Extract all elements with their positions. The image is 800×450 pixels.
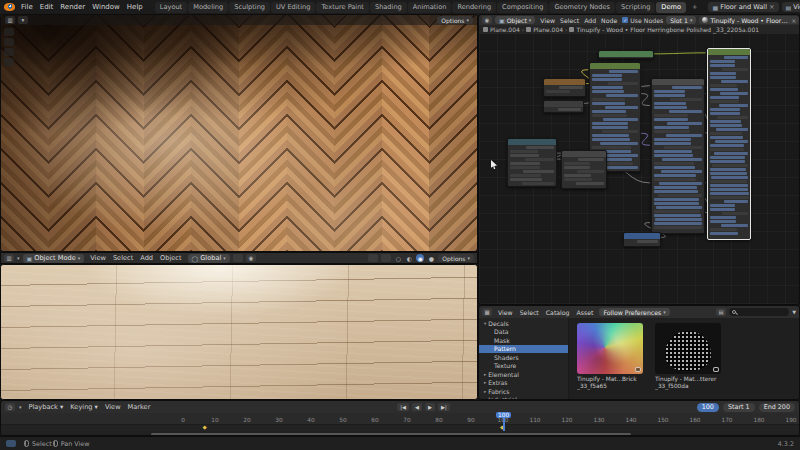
workspace-tab-modeling[interactable]: Modeling — [188, 2, 228, 13]
expand-icon[interactable]: ▾ — [484, 321, 486, 326]
editor-type-icon[interactable]: ◉ — [482, 16, 492, 24]
shading-solid-icon[interactable]: ◐ — [405, 254, 413, 262]
asset-menu-view[interactable]: View — [495, 308, 516, 317]
options-dropdown[interactable]: Options▾ — [437, 16, 473, 24]
slot-dropdown[interactable]: Slot 1 ▾ — [666, 16, 696, 24]
timeline-menu-marker[interactable]: Marker — [125, 402, 154, 412]
gizmos-icon[interactable] — [381, 254, 391, 262]
shader-node[interactable] — [623, 232, 661, 247]
overlays-icon[interactable] — [368, 254, 378, 262]
frame-end-field[interactable]: End 200 — [759, 403, 795, 412]
options-dropdown[interactable]: Options▾ — [438, 254, 474, 262]
workspace-tab-animation[interactable]: Animation — [408, 2, 452, 13]
blender-logo-icon[interactable] — [4, 3, 15, 11]
play-button[interactable]: ▶ — [425, 403, 435, 411]
shader-node[interactable] — [707, 48, 751, 240]
expand-icon[interactable]: ▸ — [484, 380, 486, 385]
expand-icon[interactable]: ▸ — [484, 389, 486, 394]
current-frame-field[interactable]: 100 — [697, 403, 719, 412]
unlink-material-icon[interactable]: × — [791, 17, 796, 24]
shading-wireframe-icon[interactable]: ○ — [394, 254, 402, 262]
shader-node[interactable] — [507, 138, 557, 187]
shader-type-dropdown[interactable]: ▣ Object ▾ — [495, 16, 535, 24]
clear-scene-icon[interactable]: × — [769, 3, 775, 11]
catalog-item-industrial[interactable]: ▸Industrial — [479, 396, 568, 400]
timeline-ruler[interactable]: 0102030405060708090100110120130140150160… — [1, 413, 800, 425]
cursor-tool-icon[interactable] — [4, 38, 14, 46]
viewport-solid[interactable] — [0, 264, 478, 400]
workspace-tab-demo[interactable]: Demo — [656, 2, 686, 13]
catalog-item-fabrics[interactable]: ▸Fabrics — [479, 387, 568, 396]
breadcrumb-item[interactable]: Tinupify - Wood • Floor Herringbone Poli… — [576, 26, 759, 33]
workspace-tab-shading[interactable]: Shading — [370, 2, 407, 13]
measure-tool-icon[interactable] — [4, 58, 14, 66]
filter-icon[interactable]: ▼ — [792, 309, 796, 315]
view-menu-icon[interactable]: ▾ — [18, 16, 28, 24]
jump-end-button[interactable]: ▶| — [438, 403, 450, 411]
catalog-item-shaders[interactable]: Shaders — [479, 353, 568, 362]
play-reverse-button[interactable]: ◀ — [412, 403, 422, 411]
catalog-item-decals[interactable]: ▾Decals — [479, 319, 568, 328]
transform-orientation-dropdown[interactable]: ◯ Global ▾ — [188, 254, 230, 263]
workspace-tab-geometry-nodes[interactable]: Geometry Nodes — [549, 2, 615, 13]
asset-source-dropdown[interactable]: Follow Preferences ▾ — [599, 308, 669, 316]
catalog-item-texture[interactable]: Texture — [479, 362, 568, 371]
frame-start-field[interactable]: Start 1 — [723, 403, 755, 412]
breadcrumb-item[interactable]: Plane.004 — [490, 26, 520, 33]
proportional-editing-icon[interactable]: ◉ — [246, 254, 256, 262]
asset-browser[interactable]: ▦ ViewSelectCatalogAsset Follow Preferen… — [478, 305, 800, 400]
menu-help[interactable]: Help — [124, 2, 146, 12]
keyframe-diamond[interactable]: ◆ — [202, 424, 206, 430]
asset-menu-asset[interactable]: Asset — [574, 308, 597, 317]
workspace-tab-rendering[interactable]: Rendering — [452, 2, 496, 13]
menu-edit[interactable]: Edit — [37, 2, 57, 12]
shading-material-icon[interactable]: ◉ — [416, 254, 424, 262]
scene-selector[interactable]: ▦ Floor and Wall × — [708, 2, 778, 12]
catalog-item-mask[interactable]: Mask — [479, 336, 568, 345]
shader-node[interactable] — [561, 150, 607, 189]
viewport-menu-add[interactable]: Add — [137, 253, 156, 263]
node-menu-view[interactable]: View — [538, 17, 557, 24]
viewport-menu-object[interactable]: Object — [157, 253, 184, 263]
node-menu-node[interactable]: Node — [599, 17, 619, 24]
workspace-tab-scripting[interactable]: Scripting — [616, 2, 655, 13]
asset-card[interactable]: Tinupify - Mat...Brick _33_f5a65 — [577, 323, 647, 390]
editor-type-icon[interactable]: ◷ — [5, 403, 15, 411]
asset-menu-select[interactable]: Select — [517, 308, 542, 317]
expand-icon[interactable]: ▸ — [484, 397, 486, 399]
view-layer-selector[interactable]: ▤ ViewLayer × — [782, 2, 800, 12]
shader-node[interactable] — [651, 78, 705, 234]
catalog-item-extras[interactable]: ▸Extras — [479, 379, 568, 388]
menu-window[interactable]: Window — [89, 2, 123, 12]
add-workspace-button[interactable]: + — [687, 2, 703, 13]
display-mode-icon[interactable]: ▤ — [716, 308, 726, 316]
snap-magnet-icon[interactable] — [233, 254, 243, 262]
editor-type-icon[interactable]: ▦ — [482, 308, 492, 316]
timeline-menu-playback[interactable]: Playback ▾ — [26, 402, 67, 412]
shader-node[interactable] — [543, 100, 584, 113]
use-nodes-checkbox[interactable]: ✓ Use Nodes — [622, 17, 663, 24]
menu-render[interactable]: Render — [57, 2, 88, 12]
node-menu-select[interactable]: Select — [558, 17, 581, 24]
move-tool-icon[interactable] — [4, 48, 14, 56]
workspace-tab-layout[interactable]: Layout — [155, 2, 187, 13]
shader-node[interactable] — [543, 78, 586, 97]
search-box[interactable] — [729, 308, 789, 316]
node-menu-add[interactable]: Add — [582, 17, 598, 24]
timeline[interactable]: ◷ ▾ Playback ▾Keying ▾ViewMarker |◀◀▶▶| … — [0, 400, 800, 436]
viewport-menu-select[interactable]: Select — [110, 253, 136, 263]
workspace-tab-texture-paint[interactable]: Texture Paint — [316, 2, 369, 13]
mode-dropdown[interactable]: ▣ Object Mode ▾ — [23, 254, 85, 263]
workspace-tab-uv-editing[interactable]: UV Editing — [271, 2, 315, 13]
menu-file[interactable]: File — [18, 2, 36, 12]
editor-type-icon[interactable]: ▥ — [4, 254, 14, 262]
node-canvas[interactable] — [479, 34, 799, 304]
timeline-menu-view[interactable]: View — [102, 402, 124, 412]
catalog-item-pattern[interactable]: Pattern — [479, 345, 568, 354]
select-tool-icon[interactable] — [4, 28, 14, 36]
asset-card[interactable]: Tinupify - Mat...tterer _33_f500da — [655, 323, 725, 390]
viewport-rendered[interactable]: ▥ ▾ Options▾ — [0, 14, 478, 252]
shader-editor[interactable]: ◉ ▣ Object ▾ ViewSelectAddNode ✓ Use Nod… — [478, 14, 800, 305]
expand-icon[interactable]: ▸ — [484, 372, 486, 377]
catalog-item-data[interactable]: Data — [479, 328, 568, 337]
